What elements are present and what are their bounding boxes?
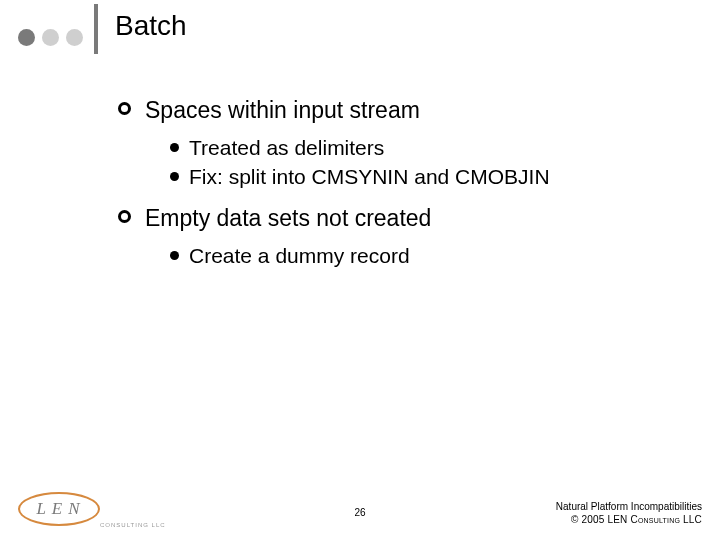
- sub-bullet-group: Create a dummy record: [170, 242, 690, 269]
- footer-text: Natural Platform Incompatibilities © 200…: [556, 500, 702, 526]
- slide-title: Batch: [115, 10, 187, 42]
- bullet-level2: Treated as delimiters: [170, 134, 690, 161]
- decor-dot-icon: [42, 29, 59, 46]
- bullet-level2: Create a dummy record: [170, 242, 690, 269]
- solid-circle-bullet-icon: [170, 172, 179, 181]
- hollow-circle-bullet-icon: [118, 102, 131, 115]
- bullet-level1: Empty data sets not created: [118, 204, 690, 234]
- solid-circle-bullet-icon: [170, 251, 179, 260]
- bullet-text: Empty data sets not created: [145, 204, 431, 234]
- decor-dot-icon: [18, 29, 35, 46]
- logo-subtext: CONSULTING LLC: [100, 522, 166, 528]
- title-decoration: [18, 20, 98, 54]
- solid-circle-bullet-icon: [170, 143, 179, 152]
- bullet-level1: Spaces within input stream: [118, 96, 690, 126]
- bullet-level2: Fix: split into CMSYNIN and CMOBJIN: [170, 163, 690, 190]
- footer-line-1: Natural Platform Incompatibilities: [556, 500, 702, 513]
- bullet-text: Fix: split into CMSYNIN and CMOBJIN: [189, 163, 550, 190]
- bullet-text: Spaces within input stream: [145, 96, 420, 126]
- decor-dot-icon: [66, 29, 83, 46]
- hollow-circle-bullet-icon: [118, 210, 131, 223]
- sub-bullet-group: Treated as delimiters Fix: split into CM…: [170, 134, 690, 191]
- footer-line-2: © 2005 LEN Consulting LLC: [556, 513, 702, 526]
- bullet-text: Treated as delimiters: [189, 134, 384, 161]
- bullet-text: Create a dummy record: [189, 242, 410, 269]
- slide-content: Spaces within input stream Treated as de…: [118, 96, 690, 284]
- decor-vertical-line-icon: [94, 4, 98, 54]
- slide: Batch Spaces within input stream Treated…: [0, 0, 720, 540]
